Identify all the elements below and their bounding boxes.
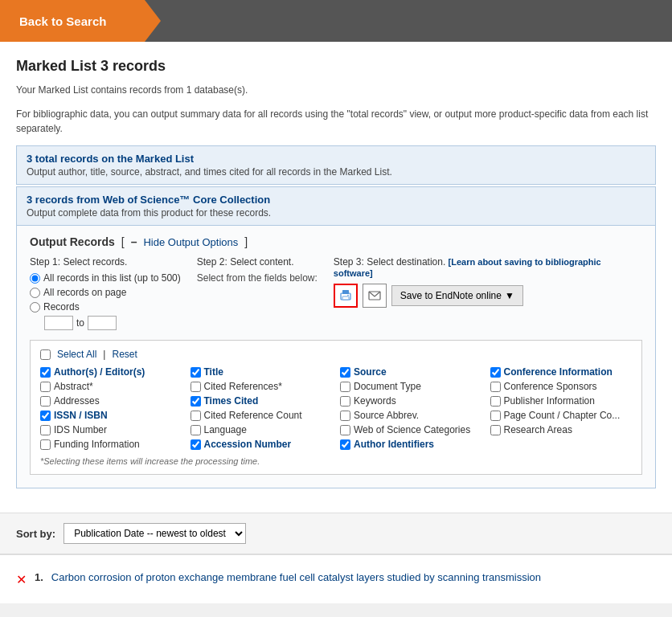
select-all-checkbox[interactable] bbox=[40, 349, 51, 360]
cb_ids_number-label[interactable]: IDS Number bbox=[54, 424, 107, 435]
back-to-search-button[interactable]: Back to Search bbox=[0, 0, 161, 42]
checkbox-item: Cited References* bbox=[191, 381, 333, 392]
checkbox-item: Addresses bbox=[40, 395, 182, 407]
cb_accession-checkbox[interactable] bbox=[191, 439, 201, 450]
checkbox-item: Author(s) / Editor(s) bbox=[40, 366, 182, 378]
cb_source-checkbox[interactable] bbox=[340, 367, 350, 378]
result-title[interactable]: Carbon corrosion of proton exchange memb… bbox=[51, 571, 541, 583]
select-all-link[interactable]: Select All bbox=[57, 349, 96, 360]
checkbox-item: IDS Number bbox=[40, 424, 182, 435]
step3-block: Step 3: Select destination. [Learn about… bbox=[334, 256, 642, 308]
cb_issn-label[interactable]: ISSN / ISBN bbox=[54, 410, 108, 421]
cb_doc_type-label[interactable]: Document Type bbox=[354, 381, 421, 392]
cb_conf_sponsors-label[interactable]: Conference Sponsors bbox=[504, 381, 597, 392]
cb_cited_ref_count-label[interactable]: Cited Reference Count bbox=[204, 410, 302, 421]
cb_source_abbrev-label[interactable]: Source Abbrev. bbox=[354, 410, 419, 421]
cb_conf_info-label[interactable]: Conference Information bbox=[504, 366, 613, 378]
cb_language-checkbox[interactable] bbox=[191, 425, 201, 435]
print-icon-btn[interactable] bbox=[334, 284, 358, 308]
checkbox-item: ISSN / ISBN bbox=[40, 410, 182, 421]
cb_language-label[interactable]: Language bbox=[204, 424, 247, 435]
email-icon-btn[interactable] bbox=[363, 284, 387, 308]
cb_keywords-checkbox[interactable] bbox=[340, 396, 350, 407]
cb_funding-label[interactable]: Funding Information bbox=[54, 439, 140, 450]
cb_cited_refs-checkbox[interactable] bbox=[191, 382, 201, 392]
cb_wos_cats-label[interactable]: Web of Science Categories bbox=[354, 424, 470, 435]
range-to-input[interactable] bbox=[88, 316, 117, 330]
cb_author_ids-label[interactable]: Author Identifiers bbox=[354, 439, 434, 450]
cb_pub_info-checkbox[interactable] bbox=[490, 396, 501, 407]
checkbox-item: Funding Information bbox=[40, 439, 182, 450]
cb_page_count-label[interactable]: Page Count / Chapter Co... bbox=[504, 410, 621, 421]
radio-records[interactable]: Records bbox=[30, 301, 181, 313]
info-text-2: For bibliographic data, you can output s… bbox=[16, 107, 656, 136]
cb_times_cited-checkbox[interactable] bbox=[191, 396, 201, 407]
save-endnote-button[interactable]: Save to EndNote online ▼ bbox=[391, 285, 523, 306]
cb_wos_cats-checkbox[interactable] bbox=[340, 425, 350, 435]
cb_title-label[interactable]: Title bbox=[204, 366, 223, 378]
print-icon bbox=[339, 289, 352, 302]
result-title-link[interactable]: Carbon corrosion of proton exchange memb… bbox=[51, 571, 541, 583]
cb_cited_ref_count-checkbox[interactable] bbox=[191, 411, 201, 421]
checkbox-item: Publisher Information bbox=[490, 395, 633, 407]
radio-all-page[interactable]: All records on page bbox=[30, 287, 181, 298]
result-error-icon: ✕ bbox=[16, 572, 27, 587]
cb_doc_type-checkbox[interactable] bbox=[340, 382, 350, 392]
cb_source_abbrev-checkbox[interactable] bbox=[340, 411, 350, 421]
step2-label: Step 2: Select content. bbox=[197, 256, 318, 268]
cb_conf_sponsors-checkbox[interactable] bbox=[490, 382, 501, 392]
cb_research_areas-label[interactable]: Research Areas bbox=[504, 424, 572, 435]
cb_abstract-label[interactable]: Abstract* bbox=[54, 381, 93, 392]
result-item: ✕ 1. Carbon corrosion of proton exchange… bbox=[16, 571, 656, 587]
cb_conf_info-checkbox[interactable] bbox=[490, 367, 501, 378]
checkbox-item: Source Abbrev. bbox=[340, 410, 482, 421]
cb_funding-checkbox[interactable] bbox=[40, 439, 51, 450]
cb_addresses-label[interactable]: Addresses bbox=[54, 395, 100, 407]
radio-all-list-label: All records in this list (up to 500) bbox=[43, 272, 181, 284]
marked-list-link[interactable]: 3 total records on the Marked List Outpu… bbox=[16, 145, 656, 185]
cb_times_cited-label[interactable]: Times Cited bbox=[204, 395, 259, 407]
cb_source-label[interactable]: Source bbox=[354, 366, 387, 378]
sort-label: Sort by: bbox=[16, 528, 55, 540]
radio-records-input[interactable] bbox=[30, 302, 40, 313]
cb_accession-label[interactable]: Accession Number bbox=[204, 439, 292, 450]
cb_research_areas-checkbox[interactable] bbox=[490, 425, 501, 435]
header-bar: Back to Search bbox=[0, 0, 672, 42]
cb_keywords-label[interactable]: Keywords bbox=[354, 395, 396, 407]
step1-block: Step 1: Select records. All records in t… bbox=[30, 256, 181, 330]
step3-label: Step 3: Select destination. [Learn about… bbox=[334, 256, 642, 279]
checkbox-item: Author Identifiers bbox=[340, 439, 482, 450]
cb_ids_number-checkbox[interactable] bbox=[40, 425, 51, 435]
reset-link[interactable]: Reset bbox=[112, 349, 137, 360]
step2-block: Step 2: Select content. Select from the … bbox=[197, 256, 318, 288]
cb_title-checkbox[interactable] bbox=[191, 367, 201, 378]
radio-all-page-input[interactable] bbox=[30, 288, 40, 298]
cb_abstract-checkbox[interactable] bbox=[40, 382, 51, 392]
cb_author_ids-checkbox[interactable] bbox=[340, 439, 350, 450]
checkbox-item: Cited Reference Count bbox=[191, 410, 333, 421]
checkbox-item: Research Areas bbox=[490, 424, 633, 435]
range-from-input[interactable] bbox=[44, 316, 73, 330]
checkbox-item: Times Cited bbox=[191, 395, 333, 407]
records-title: 3 records from Web of Science™ Core Coll… bbox=[27, 194, 645, 206]
cb_page_count-checkbox[interactable] bbox=[490, 411, 501, 421]
radio-all-list-input[interactable] bbox=[30, 273, 40, 284]
save-btn-arrow: ▼ bbox=[505, 290, 514, 301]
radio-all-list[interactable]: All records in this list (up to 500) bbox=[30, 272, 181, 284]
cb_addresses-checkbox[interactable] bbox=[40, 396, 51, 407]
records-sub: Output complete data from this product f… bbox=[27, 207, 645, 219]
to-label: to bbox=[76, 317, 84, 329]
cb_author-checkbox[interactable] bbox=[40, 367, 51, 378]
hide-output-link[interactable]: Hide Output Options bbox=[143, 236, 238, 248]
svg-rect-2 bbox=[342, 296, 349, 300]
sort-select[interactable]: Publication Date -- newest to oldestPubl… bbox=[64, 523, 246, 544]
email-icon bbox=[368, 289, 381, 302]
cb_cited_refs-label[interactable]: Cited References* bbox=[204, 381, 282, 392]
step2-sub: Select from the fields below: bbox=[197, 272, 318, 284]
marked-list-anchor[interactable]: 3 total records on the Marked List bbox=[27, 153, 194, 165]
cb_pub_info-label[interactable]: Publisher Information bbox=[504, 395, 595, 407]
note-text: *Selecting these items will increase the… bbox=[40, 456, 632, 466]
cb_issn-checkbox[interactable] bbox=[40, 411, 51, 421]
cb_author-label[interactable]: Author(s) / Editor(s) bbox=[54, 366, 145, 378]
checkbox-item: Accession Number bbox=[191, 439, 333, 450]
